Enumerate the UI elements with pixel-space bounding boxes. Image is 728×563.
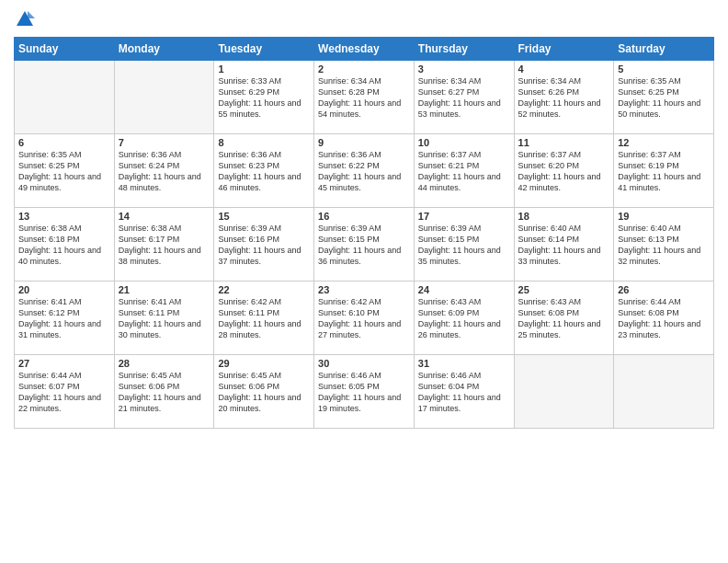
day-detail: Sunrise: 6:41 AM Sunset: 6:12 PM Dayligh… [18, 296, 110, 341]
day-detail: Sunrise: 6:45 AM Sunset: 6:06 PM Dayligh… [119, 370, 210, 415]
day-detail: Sunrise: 6:34 AM Sunset: 6:26 PM Dayligh… [518, 75, 610, 121]
day-number: 19 [618, 211, 710, 222]
day-detail: Sunrise: 6:37 AM Sunset: 6:21 PM Dayligh… [418, 149, 510, 194]
day-detail: Sunrise: 6:36 AM Sunset: 6:23 PM Dayligh… [218, 149, 310, 194]
calendar-cell: 20Sunrise: 6:41 AM Sunset: 6:12 PM Dayli… [15, 282, 115, 355]
day-number: 25 [518, 284, 610, 295]
calendar-cell: 14Sunrise: 6:38 AM Sunset: 6:17 PM Dayli… [114, 208, 214, 282]
week-row-5: 27Sunrise: 6:44 AM Sunset: 6:07 PM Dayli… [15, 355, 714, 429]
day-detail: Sunrise: 6:42 AM Sunset: 6:10 PM Dayligh… [318, 296, 410, 341]
logo [14, 9, 35, 29]
weekday-header-friday: Friday [514, 38, 614, 61]
day-detail: Sunrise: 6:43 AM Sunset: 6:08 PM Dayligh… [518, 296, 610, 341]
day-number: 6 [18, 137, 110, 148]
day-detail: Sunrise: 6:34 AM Sunset: 6:27 PM Dayligh… [418, 75, 510, 121]
day-detail: Sunrise: 6:38 AM Sunset: 6:17 PM Dayligh… [119, 223, 210, 268]
day-number: 24 [418, 284, 510, 295]
day-number: 1 [218, 63, 310, 75]
header [14, 9, 714, 29]
calendar-cell: 30Sunrise: 6:46 AM Sunset: 6:05 PM Dayli… [314, 355, 415, 429]
calendar-cell: 8Sunrise: 6:36 AM Sunset: 6:23 PM Daylig… [214, 134, 314, 208]
weekday-header-saturday: Saturday [614, 38, 714, 61]
day-detail: Sunrise: 6:33 AM Sunset: 6:29 PM Dayligh… [218, 75, 310, 121]
day-number: 31 [418, 358, 510, 369]
day-number: 3 [418, 63, 510, 75]
day-detail: Sunrise: 6:38 AM Sunset: 6:18 PM Dayligh… [18, 223, 110, 268]
day-detail: Sunrise: 6:37 AM Sunset: 6:20 PM Dayligh… [518, 149, 610, 194]
calendar-cell: 25Sunrise: 6:43 AM Sunset: 6:08 PM Dayli… [514, 282, 614, 355]
calendar-cell: 1Sunrise: 6:33 AM Sunset: 6:29 PM Daylig… [214, 61, 314, 134]
day-number: 16 [318, 211, 410, 222]
week-row-1: 1Sunrise: 6:33 AM Sunset: 6:29 PM Daylig… [15, 61, 714, 134]
day-detail: Sunrise: 6:39 AM Sunset: 6:15 PM Dayligh… [418, 223, 510, 268]
weekday-header-tuesday: Tuesday [214, 38, 314, 61]
day-detail: Sunrise: 6:39 AM Sunset: 6:16 PM Dayligh… [218, 223, 310, 268]
calendar-table: SundayMondayTuesdayWednesdayThursdayFrid… [14, 37, 714, 429]
day-detail: Sunrise: 6:34 AM Sunset: 6:28 PM Dayligh… [318, 75, 410, 121]
calendar-cell: 6Sunrise: 6:35 AM Sunset: 6:25 PM Daylig… [15, 134, 115, 208]
day-detail: Sunrise: 6:39 AM Sunset: 6:15 PM Dayligh… [318, 223, 410, 268]
day-number: 27 [18, 358, 110, 369]
calendar-cell: 12Sunrise: 6:37 AM Sunset: 6:19 PM Dayli… [614, 134, 714, 208]
day-detail: Sunrise: 6:35 AM Sunset: 6:25 PM Dayligh… [618, 75, 710, 121]
svg-marker-1 [28, 11, 35, 18]
week-row-2: 6Sunrise: 6:35 AM Sunset: 6:25 PM Daylig… [15, 134, 714, 208]
week-row-4: 20Sunrise: 6:41 AM Sunset: 6:12 PM Dayli… [15, 282, 714, 355]
day-detail: Sunrise: 6:40 AM Sunset: 6:14 PM Dayligh… [518, 223, 610, 268]
day-number: 23 [318, 284, 410, 295]
calendar-cell: 22Sunrise: 6:42 AM Sunset: 6:11 PM Dayli… [214, 282, 314, 355]
calendar-cell: 16Sunrise: 6:39 AM Sunset: 6:15 PM Dayli… [314, 208, 415, 282]
day-number: 17 [418, 211, 510, 222]
day-detail: Sunrise: 6:44 AM Sunset: 6:07 PM Dayligh… [18, 370, 110, 415]
day-number: 8 [218, 137, 310, 148]
weekday-header-row: SundayMondayTuesdayWednesdayThursdayFrid… [15, 38, 714, 61]
day-detail: Sunrise: 6:36 AM Sunset: 6:24 PM Dayligh… [119, 149, 210, 194]
day-number: 13 [18, 211, 110, 222]
day-number: 14 [119, 211, 210, 222]
day-number: 22 [218, 284, 310, 295]
day-number: 18 [518, 211, 610, 222]
day-detail: Sunrise: 6:43 AM Sunset: 6:09 PM Dayligh… [418, 296, 510, 341]
day-number: 11 [518, 137, 610, 148]
weekday-header-wednesday: Wednesday [314, 38, 415, 61]
calendar-cell: 17Sunrise: 6:39 AM Sunset: 6:15 PM Dayli… [414, 208, 514, 282]
calendar-cell: 29Sunrise: 6:45 AM Sunset: 6:06 PM Dayli… [214, 355, 314, 429]
day-detail: Sunrise: 6:46 AM Sunset: 6:05 PM Dayligh… [318, 370, 410, 415]
day-number: 26 [618, 284, 710, 295]
day-detail: Sunrise: 6:45 AM Sunset: 6:06 PM Dayligh… [218, 370, 310, 415]
day-detail: Sunrise: 6:35 AM Sunset: 6:25 PM Dayligh… [18, 149, 110, 194]
calendar-cell: 11Sunrise: 6:37 AM Sunset: 6:20 PM Dayli… [514, 134, 614, 208]
calendar-cell: 4Sunrise: 6:34 AM Sunset: 6:26 PM Daylig… [514, 61, 614, 134]
calendar-cell: 31Sunrise: 6:46 AM Sunset: 6:04 PM Dayli… [414, 355, 514, 429]
weekday-header-monday: Monday [114, 38, 214, 61]
day-number: 29 [218, 358, 310, 369]
day-detail: Sunrise: 6:40 AM Sunset: 6:13 PM Dayligh… [618, 223, 710, 268]
day-number: 4 [518, 63, 610, 75]
calendar-cell: 13Sunrise: 6:38 AM Sunset: 6:18 PM Dayli… [15, 208, 115, 282]
calendar-cell: 27Sunrise: 6:44 AM Sunset: 6:07 PM Dayli… [15, 355, 115, 429]
day-detail: Sunrise: 6:44 AM Sunset: 6:08 PM Dayligh… [618, 296, 710, 341]
calendar-cell: 3Sunrise: 6:34 AM Sunset: 6:27 PM Daylig… [414, 61, 514, 134]
day-detail: Sunrise: 6:37 AM Sunset: 6:19 PM Dayligh… [618, 149, 710, 194]
weekday-header-thursday: Thursday [414, 38, 514, 61]
day-number: 10 [418, 137, 510, 148]
calendar-cell [514, 355, 614, 429]
day-detail: Sunrise: 6:41 AM Sunset: 6:11 PM Dayligh… [119, 296, 210, 341]
day-number: 20 [18, 284, 110, 295]
calendar-cell: 23Sunrise: 6:42 AM Sunset: 6:10 PM Dayli… [314, 282, 415, 355]
day-detail: Sunrise: 6:42 AM Sunset: 6:11 PM Dayligh… [218, 296, 310, 341]
day-number: 9 [318, 137, 410, 148]
day-detail: Sunrise: 6:36 AM Sunset: 6:22 PM Dayligh… [318, 149, 410, 194]
logo-icon [15, 9, 35, 29]
calendar-cell: 26Sunrise: 6:44 AM Sunset: 6:08 PM Dayli… [614, 282, 714, 355]
day-number: 30 [318, 358, 410, 369]
day-number: 7 [119, 137, 210, 148]
calendar-cell: 10Sunrise: 6:37 AM Sunset: 6:21 PM Dayli… [414, 134, 514, 208]
day-number: 28 [119, 358, 210, 369]
calendar-cell: 24Sunrise: 6:43 AM Sunset: 6:09 PM Dayli… [414, 282, 514, 355]
calendar-cell: 5Sunrise: 6:35 AM Sunset: 6:25 PM Daylig… [614, 61, 714, 134]
calendar-cell: 21Sunrise: 6:41 AM Sunset: 6:11 PM Dayli… [114, 282, 214, 355]
calendar-cell [614, 355, 714, 429]
calendar-cell [114, 61, 214, 134]
calendar-cell: 18Sunrise: 6:40 AM Sunset: 6:14 PM Dayli… [514, 208, 614, 282]
